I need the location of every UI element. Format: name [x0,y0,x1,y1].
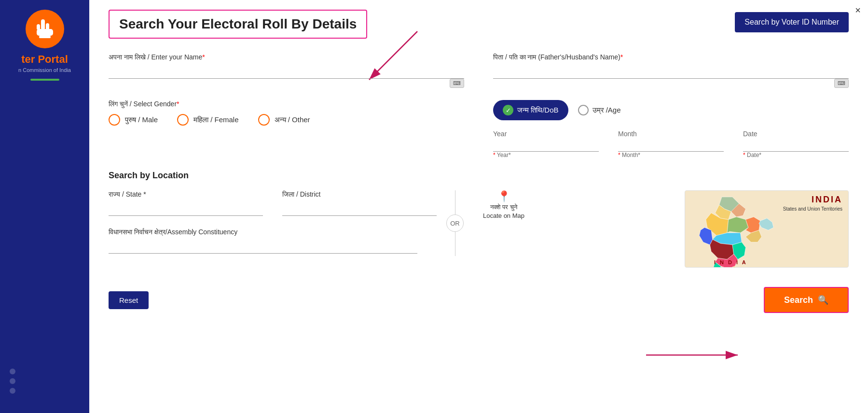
search-icon: 🔍 [818,295,828,305]
father-field-col: पिता / पति का नाम (Father's/Husband's Na… [493,53,849,88]
main-content: × Search Your Electoral Roll By Details … [89,0,868,413]
father-input[interactable] [493,64,849,79]
name-label: अपना नाम लिखे / Enter your Name* [109,53,464,61]
location-content-row: राज्य / State * जिला / District विधानसभा… [109,190,849,268]
year-field: Year * Year* [493,130,599,158]
date-fields: Year * Year* Month * Month* Date * Date* [493,130,849,158]
sidebar: ter Portal n Commission of India [0,0,89,413]
voter-id-button[interactable]: Search by Voter ID Number [735,12,849,32]
gender-female-label: महिला / Female [193,115,239,124]
date-field-label: Date [743,130,849,138]
gender-other-radio[interactable] [258,114,270,126]
gender-section: लिंग चुनें / Select Gender* पुरुष / Male… [109,100,464,126]
gender-other-label: अन्य / Other [275,115,310,124]
gender-col: लिंग चुनें / Select Gender* पुरुष / Male… [109,100,464,158]
gender-female-option[interactable]: महिला / Female [177,114,239,126]
assembly-field: विधानसभा निर्वाचन क्षेत्र/Assembly Const… [109,228,437,254]
gender-options: पुरुष / Male महिला / Female अन्य / Other [109,114,464,126]
gender-female-radio[interactable] [177,114,189,126]
month-input[interactable] [618,140,724,152]
page-title-box: Search Your Electoral Roll By Details [109,10,367,39]
location-title: Search by Location [109,171,849,181]
or-divider: OR [437,190,473,256]
bottom-row: Reset Search 🔍 [109,282,849,313]
sidebar-dot [10,388,15,394]
close-button[interactable]: × [855,5,861,16]
name-field-col: अपना नाम लिखे / Enter your Name* ⌨ [109,53,464,88]
keyboard-icon-name[interactable]: ⌨ [450,79,464,88]
state-label: राज्य / State * [109,190,263,199]
assembly-label: विधानसभा निर्वाचन क्षेत्र/Assembly Const… [109,228,437,236]
sidebar-decorative-circles [10,369,15,394]
district-field: जिला / District [282,190,437,216]
age-label: उम्र /Age [592,106,621,114]
state-district-row: राज्य / State * जिला / District [109,190,437,216]
sidebar-divider [30,79,59,81]
search-btn-label: Search [784,295,813,305]
age-radio[interactable] [578,105,589,115]
gender-male-label: पुरुष / Male [125,115,158,124]
gender-male-option[interactable]: पुरुष / Male [109,114,158,126]
gender-label: लिंग चुनें / Select Gender* [109,100,464,108]
month-field-label: Month [618,130,724,138]
month-required: * Month* [618,152,724,158]
assembly-input[interactable] [109,239,417,254]
location-section: Search by Location राज्य / State * जिला … [109,171,849,268]
svg-rect-2 [46,23,49,30]
reset-button[interactable]: Reset [109,291,149,309]
dob-col: ✓ जन्म तिथि/DoB उम्र /Age Year * Year* M… [493,100,849,158]
or-line-bottom [455,232,455,256]
name-input[interactable] [109,64,464,79]
svg-rect-1 [41,19,45,30]
sidebar-dot [10,378,15,384]
father-label: पिता / पति का नाम (Father's/Husband's Na… [493,53,849,61]
date-required: * Date* [743,152,849,158]
svg-rect-5 [39,36,51,38]
logo-circle [26,10,64,48]
locate-map-icon: 📍 [497,190,510,203]
gender-dob-row: लिंग चुनें / Select Gender* पुरुष / Male… [109,100,849,158]
india-map[interactable]: INDIA States and Union Territories [685,190,849,268]
date-field: Date * Date* [743,130,849,158]
locate-map-text: नक्शे पर चुने Locate on Map [483,203,524,220]
dob-button[interactable]: ✓ जन्म तिथि/DoB [493,100,568,120]
header-row: Search Your Electoral Roll By Details Se… [109,10,849,39]
svg-text:I N D I A: I N D I A [714,259,747,265]
year-input[interactable] [493,140,599,152]
or-circle: OR [446,214,464,232]
district-input[interactable] [282,201,437,216]
location-fields: राज्य / State * जिला / District विधानसभा… [109,190,437,254]
india-map-subtitle: States and Union Territories [783,206,842,212]
arrow-annotation-2 [641,341,747,370]
year-field-label: Year [493,130,599,138]
keyboard-icon-father[interactable]: ⌨ [834,79,849,88]
name-input-wrapper: ⌨ [109,64,464,79]
india-map-title: INDIA [812,195,842,205]
svg-rect-4 [37,29,53,36]
gender-other-option[interactable]: अन्य / Other [258,114,310,126]
dob-age-toggle: ✓ जन्म तिथि/DoB उम्र /Age [493,100,849,120]
age-option[interactable]: उम्र /Age [578,105,621,115]
dob-btn-label: जन्म तिथि/DoB [517,106,559,114]
locate-on-map[interactable]: 📍 नक्शे पर चुने Locate on Map [473,190,534,220]
sidebar-sub-text: n Commission of India [18,67,71,73]
district-label: जिला / District [282,190,437,199]
name-row: अपना नाम लिखे / Enter your Name* ⌨ पिता … [109,53,849,88]
page-title: Search Your Electoral Roll By Details [119,16,357,32]
month-field: Month * Month* [618,130,724,158]
gender-male-radio[interactable] [109,114,120,126]
sidebar-dot [10,369,15,374]
search-button[interactable]: Search 🔍 [764,287,849,313]
portal-name: ter Portal [21,53,68,66]
father-input-wrapper: ⌨ [493,64,849,79]
dob-check-icon: ✓ [503,105,513,115]
year-required: * Year* [493,152,599,158]
state-input[interactable] [109,201,263,216]
state-field: राज्य / State * [109,190,263,216]
date-input[interactable] [743,140,849,152]
or-line-top [455,190,455,214]
